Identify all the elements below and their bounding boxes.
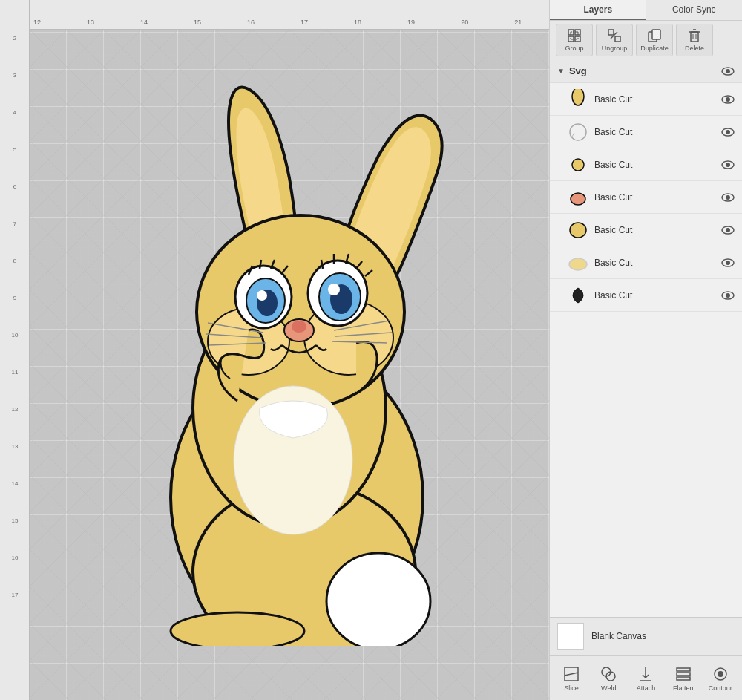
svg-group-visibility-icon[interactable] — [721, 65, 735, 78]
ruler-tick: 12 — [33, 19, 41, 26]
layer-visibility-icon-7[interactable] — [721, 289, 735, 302]
layer-visibility-icon-5[interactable] — [721, 223, 735, 237]
svg-rect-78 — [677, 673, 690, 676]
svg-point-81 — [718, 671, 723, 677]
contour-icon — [712, 665, 729, 683]
delete-button[interactable]: Delete — [676, 24, 713, 56]
slice-label: Slice — [564, 684, 579, 692]
ruler-left-tick: 14 — [0, 479, 30, 516]
ruler-left-tick: 16 — [0, 553, 30, 590]
group-button[interactable]: Group — [556, 24, 593, 56]
bottom-toolbar: Slice Weld Attach Flatten Contour — [550, 655, 742, 700]
ruler-tick: 17 — [301, 19, 308, 26]
layer-label-3: Basic Cut — [594, 160, 721, 170]
layer-thumbnail-2 — [568, 122, 588, 143]
duplicate-label: Duplicate — [640, 45, 669, 52]
ruler-tick: 15 — [194, 19, 201, 26]
svg-rect-39 — [608, 30, 614, 35]
svg-group-label: Svg — [569, 65, 721, 76]
canvas-thumbnail — [557, 623, 584, 650]
layer-visibility-icon-1[interactable] — [721, 93, 735, 106]
ruler-tick: 14 — [140, 19, 148, 26]
attach-icon — [637, 665, 654, 683]
svg-rect-77 — [677, 668, 690, 671]
tab-layers[interactable]: Layers — [550, 0, 646, 20]
layer-item-2[interactable]: Basic Cut — [550, 116, 742, 148]
ruler-left-tick: 15 — [0, 516, 30, 553]
layer-thumbnail-1 — [568, 89, 588, 110]
svg-point-51 — [572, 89, 584, 105]
flatten-button[interactable]: Flatten — [667, 660, 700, 697]
ruler-left-tick: 10 — [0, 330, 30, 367]
svg-point-57 — [726, 130, 730, 134]
canvas-info: Blank Canvas — [550, 617, 742, 655]
svg-point-69 — [726, 261, 730, 265]
svg-point-64 — [570, 223, 586, 238]
ruler-tick: 13 — [87, 19, 94, 26]
contour-button[interactable]: Contour — [704, 660, 737, 697]
delete-icon — [687, 28, 702, 43]
layer-label-7: Basic Cut — [594, 290, 721, 301]
attach-label: Attach — [637, 684, 656, 692]
weld-button[interactable]: Weld — [592, 660, 625, 697]
contour-label: Contour — [709, 684, 732, 692]
weld-label: Weld — [601, 684, 616, 692]
svg-point-13 — [257, 290, 267, 301]
ruler-left-tick: 4 — [0, 108, 30, 145]
slice-button[interactable]: Slice — [555, 660, 588, 697]
ruler-tick: 21 — [514, 19, 522, 26]
layer-visibility-icon-3[interactable] — [721, 158, 735, 171]
canvas-label: Blank Canvas — [591, 631, 646, 641]
layer-thumbnail-4 — [568, 187, 588, 208]
svg-point-63 — [726, 195, 730, 200]
group-icon — [567, 28, 582, 43]
layer-item-1[interactable]: Basic Cut — [550, 83, 742, 116]
layer-item-4[interactable]: Basic Cut — [550, 181, 742, 214]
layer-visibility-icon-6[interactable] — [721, 256, 735, 269]
svg-rect-43 — [652, 30, 660, 39]
ruler-tick: 18 — [354, 19, 361, 26]
layer-visibility-icon-2[interactable] — [721, 125, 735, 139]
ruler-left-labels: 2 3 4 5 6 7 8 9 10 11 12 13 14 15 16 17 — [0, 30, 30, 700]
tabs-header: Layers Color Sync — [550, 0, 742, 21]
canvas-grid[interactable] — [30, 30, 549, 700]
svg-point-66 — [726, 228, 730, 232]
layer-item-3[interactable]: Basic Cut — [550, 148, 742, 181]
ungroup-button[interactable]: Ungroup — [596, 24, 633, 56]
layer-item-6[interactable]: Basic Cut — [550, 246, 742, 279]
ungroup-label: Ungroup — [602, 45, 628, 52]
layer-thumbnail-5 — [568, 220, 588, 241]
layer-thumbnail-3 — [568, 154, 588, 175]
svg-rect-38 — [571, 32, 578, 39]
attach-button[interactable]: Attach — [629, 660, 662, 697]
svg-group-header[interactable]: ▼ Svg — [550, 59, 742, 83]
layer-thumbnail-6 — [568, 252, 588, 273]
svg-point-58 — [572, 159, 584, 171]
layer-label-4: Basic Cut — [594, 192, 721, 203]
svg-point-9 — [292, 321, 306, 333]
svg-point-60 — [726, 163, 730, 167]
layer-label-5: Basic Cut — [594, 225, 721, 235]
layer-thumbnail-7 — [568, 285, 588, 306]
ruler-tick: 19 — [407, 19, 415, 26]
svg-point-54 — [570, 124, 586, 140]
layer-item-5[interactable]: Basic Cut — [550, 214, 742, 246]
layers-container[interactable]: ▼ Svg Basic Cut Basic Cut — [550, 59, 742, 617]
svg-point-71 — [726, 293, 730, 298]
svg-point-3 — [171, 612, 304, 646]
layer-visibility-icon-4[interactable] — [721, 191, 735, 204]
ruler-tick: 20 — [461, 19, 468, 26]
tab-color-sync-label: Color Sync — [672, 4, 716, 15]
layer-label-6: Basic Cut — [594, 258, 721, 268]
ruler-left-tick: 6 — [0, 182, 30, 219]
weld-icon — [600, 665, 617, 683]
canvas-area: 12 13 14 15 16 17 18 19 20 21 2 3 4 5 6 … — [0, 0, 549, 700]
ruler-left-tick: 12 — [0, 405, 30, 442]
flatten-icon — [674, 665, 692, 683]
ruler-top: 12 13 14 15 16 17 18 19 20 21 — [0, 0, 549, 30]
ruler-top-ticks: 12 13 14 15 16 17 18 19 20 21 — [30, 0, 549, 29]
tab-color-sync[interactable]: Color Sync — [646, 0, 743, 20]
duplicate-button[interactable]: Duplicate — [636, 24, 673, 56]
ruler-left-tick: 17 — [0, 590, 30, 627]
layer-item-7[interactable]: Basic Cut — [550, 279, 742, 312]
